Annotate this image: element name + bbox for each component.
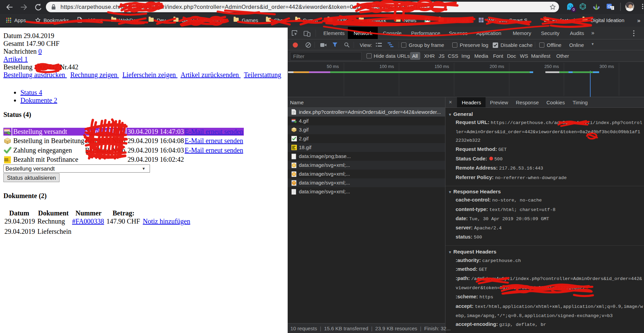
svg-text:0: 0 — [573, 7, 575, 12]
